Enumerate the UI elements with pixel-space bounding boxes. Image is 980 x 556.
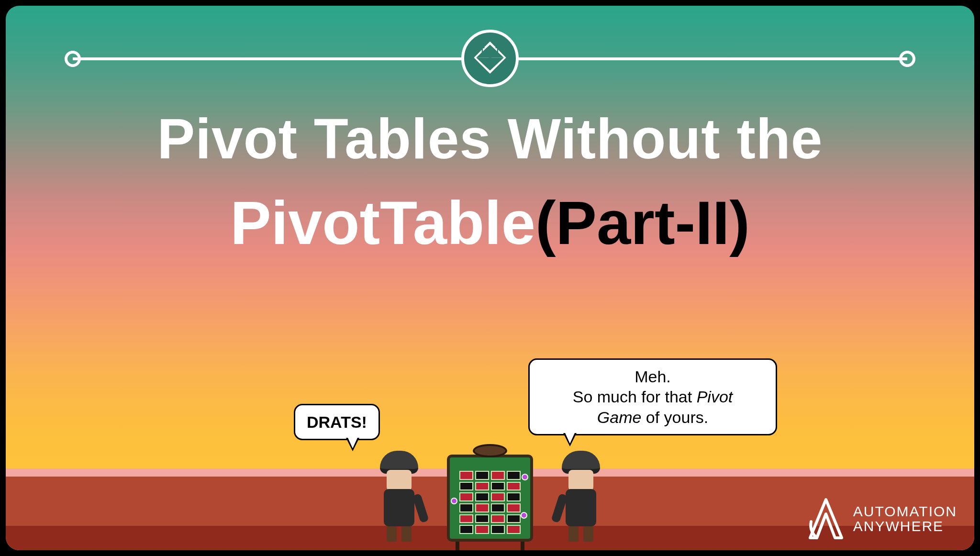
- roulette-grid: [459, 471, 521, 534]
- character-right-body: [566, 489, 596, 526]
- chip-icon: [521, 512, 527, 519]
- roulette-wheel: [473, 444, 507, 457]
- roulette-legs: [456, 542, 524, 550]
- badge-letter-t1: T: [480, 46, 485, 55]
- character-left-legs: [387, 526, 412, 542]
- roulette-table: [447, 440, 533, 550]
- speech-right-em1: Pivot: [697, 388, 733, 406]
- tct-badge-svg: T T C: [471, 39, 509, 78]
- character-right: [552, 451, 610, 542]
- chip-icon: [451, 498, 457, 504]
- speech-right-line3b: of yours.: [641, 408, 708, 426]
- chip-icon: [522, 474, 528, 480]
- brand-logo: AUTOMATION ANYWHERE: [807, 498, 957, 540]
- speech-right-line1: Meh.: [635, 367, 671, 386]
- character-left-face: [387, 470, 412, 491]
- header-rule-dot-right: [899, 51, 915, 67]
- character-left-arm: [412, 493, 429, 523]
- brand-mark-icon: [807, 498, 845, 540]
- title-part-2: (Part-II): [535, 189, 750, 257]
- speech-left-text: DRATS!: [307, 413, 367, 431]
- pixel-scene: [366, 426, 614, 550]
- speech-right-em2: Game: [597, 408, 642, 426]
- tct-badge: T T C: [461, 30, 519, 87]
- title-line-2: PivotTable(Part-II): [6, 188, 974, 258]
- character-left-body: [384, 489, 414, 526]
- badge-letter-c: C: [487, 56, 493, 65]
- brand-line-1: AUTOMATION: [853, 504, 957, 519]
- speech-left-tail: [346, 438, 359, 451]
- character-right-face: [568, 470, 593, 491]
- title-pivot-table: PivotTable: [230, 189, 535, 257]
- slide-frame: T T C Pivot Tables Without the PivotTabl…: [0, 0, 980, 556]
- title-line-1: Pivot Tables Without the: [6, 106, 974, 171]
- brand-text: AUTOMATION ANYWHERE: [853, 504, 957, 534]
- header-rule-dot-left: [65, 51, 81, 67]
- speech-bubble-right: Meh. So much for that Pivot Game of your…: [528, 358, 777, 436]
- badge-letter-t2: T: [495, 46, 500, 55]
- character-right-legs: [568, 526, 593, 542]
- brand-line-2: ANYWHERE: [853, 519, 957, 534]
- character-left: [370, 451, 428, 542]
- speech-right-line2a: So much for that: [573, 388, 697, 406]
